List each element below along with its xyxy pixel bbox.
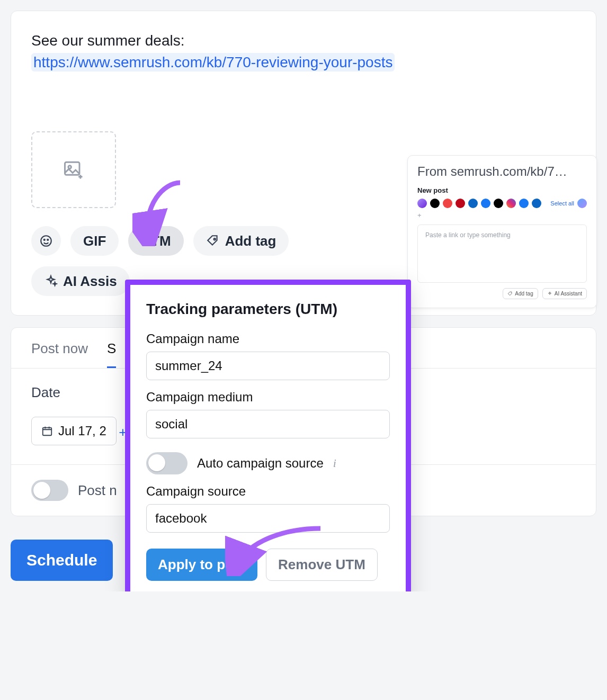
post-more-toggle[interactable] xyxy=(31,480,68,501)
account-avatar[interactable] xyxy=(417,199,427,208)
add-account-button[interactable]: + xyxy=(417,211,422,219)
mini-compose-area[interactable]: Paste a link or type something xyxy=(417,225,587,283)
tab-schedule[interactable]: S xyxy=(107,340,116,368)
mini-ai-label: AI Assistant xyxy=(555,291,582,297)
utm-popover: Tracking parameters (UTM) Campaign name … xyxy=(125,280,411,591)
mini-add-tag-label: Add tag xyxy=(515,291,533,297)
gif-button[interactable]: GIF xyxy=(70,226,119,256)
campaign-medium-input[interactable] xyxy=(146,410,390,438)
mini-ai-button[interactable]: AI Assistant xyxy=(542,288,587,299)
svg-point-5 xyxy=(213,238,215,240)
apply-utm-button[interactable]: Apply to post xyxy=(146,549,257,581)
date-picker[interactable]: Jul 17, 2 xyxy=(31,417,117,445)
emoji-button[interactable] xyxy=(31,226,61,256)
remove-utm-button[interactable]: Remove UTM xyxy=(266,549,378,581)
date-value: Jul 17, 2 xyxy=(58,424,106,438)
tab-post-now[interactable]: Post now xyxy=(31,340,88,368)
svg-point-2 xyxy=(41,236,51,246)
auto-source-label: Auto campaign source xyxy=(197,456,324,471)
campaign-source-input[interactable] xyxy=(146,504,390,533)
account-avatar[interactable] xyxy=(519,199,529,208)
campaign-name-input[interactable] xyxy=(146,352,390,380)
compose-plain-text: See our summer deals: xyxy=(31,32,184,49)
mini-add-tag-button[interactable]: Add tag xyxy=(503,288,538,299)
compose-text[interactable]: See our summer deals: https://www.semrus… xyxy=(31,30,576,73)
account-avatar[interactable] xyxy=(532,199,541,208)
smile-icon xyxy=(39,234,53,248)
svg-point-3 xyxy=(44,239,45,240)
tag-icon xyxy=(507,291,513,297)
account-avatar[interactable] xyxy=(494,199,503,208)
campaign-source-label: Campaign source xyxy=(146,484,390,499)
account-avatar[interactable] xyxy=(468,199,478,208)
account-avatar[interactable] xyxy=(430,199,440,208)
sparkle-icon xyxy=(547,291,552,297)
preview-new-post-label: New post xyxy=(417,186,587,194)
campaign-medium-label: Campaign medium xyxy=(146,390,390,405)
sparkle-icon xyxy=(44,274,58,288)
account-avatar[interactable] xyxy=(506,199,516,208)
utm-popover-title: Tracking parameters (UTM) xyxy=(146,301,390,318)
account-avatar[interactable] xyxy=(443,199,452,208)
account-avatar[interactable] xyxy=(577,199,587,208)
account-avatar[interactable] xyxy=(481,199,490,208)
svg-point-4 xyxy=(47,239,48,240)
utm-button[interactable]: UTM xyxy=(128,226,183,256)
post-more-label: Post n xyxy=(78,482,117,499)
tag-icon xyxy=(206,234,220,248)
preview-from-label: From semrush.com/kb/7… xyxy=(417,164,587,179)
compose-link[interactable]: https://www.semrush.com/kb/770-reviewing… xyxy=(31,53,395,71)
campaign-name-label: Campaign name xyxy=(146,331,390,346)
info-icon[interactable]: i xyxy=(333,456,336,470)
select-all-link[interactable]: Select all xyxy=(550,200,574,207)
ai-assistant-button[interactable]: AI Assis xyxy=(31,266,130,296)
calendar-icon xyxy=(41,425,53,437)
add-tag-label: Add tag xyxy=(225,233,276,249)
account-selector-row[interactable]: Select all + xyxy=(417,199,587,219)
add-media-dropzone[interactable] xyxy=(31,131,116,208)
link-preview-panel: From semrush.com/kb/7… New post Select a… xyxy=(407,155,597,308)
auto-source-toggle[interactable] xyxy=(146,452,188,474)
ai-assistant-label: AI Assis xyxy=(63,273,117,290)
svg-rect-6 xyxy=(43,428,52,436)
compose-card: See our summer deals: https://www.semrus… xyxy=(11,11,596,316)
image-add-icon xyxy=(62,158,85,182)
schedule-button[interactable]: Schedule xyxy=(11,540,113,581)
account-avatar[interactable] xyxy=(456,199,465,208)
add-tag-button[interactable]: Add tag xyxy=(193,226,289,256)
